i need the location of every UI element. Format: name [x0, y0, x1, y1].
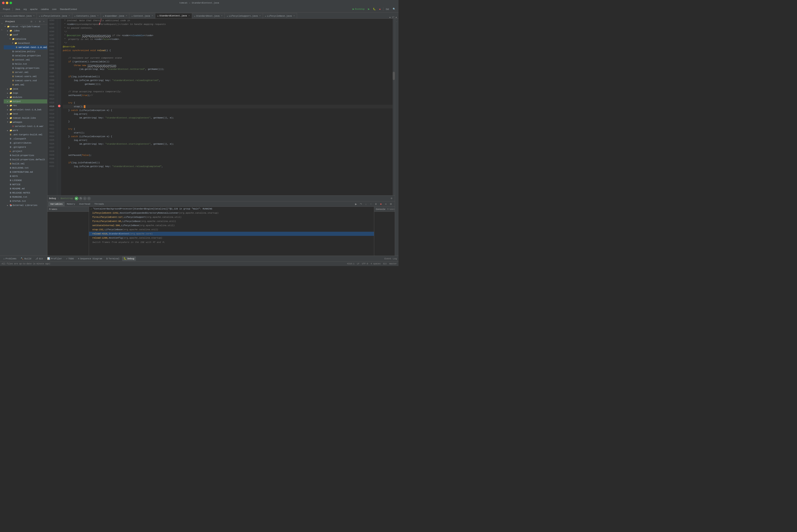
- tree-release-notes[interactable]: 🗎 RELEASE-NOTES: [4, 191, 47, 195]
- tree-project-file[interactable]: ● .project: [4, 149, 47, 153]
- debug-tool-step[interactable]: ↷: [359, 202, 363, 206]
- tree-tomcatusers-xml[interactable]: 🗎 tomcat-users.xml: [4, 74, 47, 79]
- debug-frame-4[interactable]: setStateInternal:390, LifecycleBase (org…: [89, 223, 374, 228]
- tree-servelet-xml[interactable]: 🗎 servelet-test-1.0.xml: [4, 45, 47, 50]
- tab-close-4[interactable]: ×: [126, 15, 127, 17]
- tree-catalina-policy[interactable]: 🗎 catalina.policy: [4, 50, 47, 54]
- tree-webapps[interactable]: ▼ 📁 webapps: [4, 120, 47, 124]
- debug-tool-resume[interactable]: ▶: [354, 202, 358, 206]
- tab-close-5[interactable]: ×: [152, 15, 153, 17]
- tree-server-xml[interactable]: 🗎 server.xml: [4, 70, 47, 74]
- panel-collapse-btn[interactable]: ⊟: [30, 20, 33, 23]
- tree-build-xml[interactable]: 🗎 build.xml: [4, 162, 47, 166]
- minimize-button[interactable]: [6, 2, 8, 4]
- tree-output[interactable]: ▶ 📁 output: [4, 99, 47, 103]
- status-branch[interactable]: master: [390, 263, 397, 265]
- right-icon-notifications[interactable]: !: [396, 21, 398, 22]
- toolbar-classname[interactable]: StandardContext: [59, 7, 78, 12]
- tree-res[interactable]: ▶ 📁 res: [4, 103, 47, 108]
- event-log-btn[interactable]: Event Log: [384, 258, 397, 260]
- tab-classloaderbase[interactable]: ☕ ClassLoaderBase.java ×: [0, 13, 37, 19]
- toolbar-run-config[interactable]: ▶ Bootstrap: [351, 7, 366, 12]
- toolbar-run[interactable]: ▶: [367, 7, 371, 12]
- debug-tool-settings2[interactable]: ⚙: [388, 202, 393, 206]
- debug-tab-overhead[interactable]: Overhead: [77, 202, 92, 206]
- debug-tool-frames[interactable]: ≡: [383, 202, 388, 206]
- debug-frame-3[interactable]: fireLifecycleEvent:95, LifecycleBase (or…: [89, 219, 374, 223]
- debug-settings-btn[interactable]: ⚙: [390, 197, 393, 200]
- tree-modules[interactable]: ▶ 📁 modules: [4, 95, 47, 99]
- tab-standardhost[interactable]: ☕ StandardHost.java ×: [192, 13, 225, 19]
- tree-build-properties-default[interactable]: 🗎 build.properties.default: [4, 157, 47, 162]
- bottom-tab-profiler[interactable]: 📊 Profiler: [45, 256, 63, 261]
- tree-catalina-properties[interactable]: 🗎 catalina.properties: [4, 54, 47, 58]
- tree-readme[interactable]: 🗎 README.md: [4, 187, 47, 191]
- tab-lifecyclebase[interactable]: ☕ LifecycleBase.java ×: [263, 13, 297, 19]
- bottom-tab-git[interactable]: ⎇ Git: [34, 256, 45, 261]
- tab-expandwar[interactable]: ☕ ExpandWar.java ×: [101, 13, 129, 19]
- toolbar-core[interactable]: core: [51, 7, 58, 12]
- tree-conf[interactable]: ▼ 📁 conf: [4, 33, 47, 37]
- side-icon-structure[interactable]: S: [1, 23, 3, 24]
- debug-frame-6[interactable]: reload:4316, StandardContext (org.apache…: [89, 232, 374, 236]
- tree-idea[interactable]: ▶ 📁 .idea: [4, 29, 47, 33]
- code-content[interactable]: * instead. Note that there is additional…: [61, 19, 395, 195]
- maximize-button[interactable]: [10, 2, 12, 4]
- toolbar-org[interactable]: org: [22, 7, 28, 12]
- toolbar-project[interactable]: Project: [2, 7, 11, 12]
- status-encoding[interactable]: UTF-8: [362, 263, 368, 265]
- bottom-tab-problems[interactable]: ⚠ Problems: [2, 256, 18, 261]
- tree-building-txt[interactable]: 🗎 BUILDING.txt: [4, 166, 47, 170]
- bottom-tab-build[interactable]: 🔨 Build: [19, 256, 33, 261]
- tab-close-icon[interactable]: ×: [33, 15, 35, 17]
- debug-frame-5[interactable]: stop:232, LifecycleBase (org.apache.cata…: [89, 228, 374, 232]
- toolbar-git[interactable]: Git:: [384, 7, 391, 12]
- status-git[interactable]: Git: [383, 263, 387, 265]
- tree-build-properties[interactable]: 🗎 build.properties: [4, 153, 47, 157]
- tree-war[interactable]: 🗎 servelet-test-1.0.war: [4, 124, 47, 129]
- tree-work[interactable]: ▶ 📁 work: [4, 129, 47, 133]
- panel-close-btn[interactable]: ×: [42, 20, 45, 23]
- status-position[interactable]: 4316:1: [347, 263, 355, 265]
- tree-gitignore[interactable]: 🗎 .gitignore: [4, 145, 47, 149]
- debug-step-into-btn[interactable]: ↓: [83, 196, 87, 200]
- tab-lifecyclestate[interactable]: ☕ LifecycleState.java ×: [37, 13, 72, 19]
- tab-close-7[interactable]: ×: [221, 15, 223, 17]
- debug-tool-stop[interactable]: ■: [379, 202, 383, 206]
- toolbar-apache[interactable]: apache: [29, 7, 39, 12]
- tree-running-txt[interactable]: 🗎 RUNNING.txt: [4, 195, 47, 199]
- tab-close-6[interactable]: ×: [189, 15, 190, 17]
- status-indent[interactable]: 4 spaces: [371, 263, 381, 265]
- debug-tool-into[interactable]: ↓: [364, 202, 368, 206]
- breakpoint-4316[interactable]: [58, 105, 60, 107]
- editor-scrollbar[interactable]: [393, 19, 395, 195]
- tab-constants[interactable]: ☕ Constants.java ×: [72, 13, 101, 19]
- tree-ant-targets[interactable]: 🗎 .ant-targets-build.xml: [4, 133, 47, 137]
- debug-frame-more[interactable]: Switch frames from anywhere in the IDE w…: [89, 240, 374, 244]
- tab-close-9[interactable]: ×: [293, 15, 295, 17]
- tree-external-libs[interactable]: ▶ 📚 External Libraries: [4, 203, 47, 207]
- debug-step-over-btn[interactable]: ↷: [79, 196, 82, 200]
- bottom-tab-sequence[interactable]: ≡ Sequence Diagram: [76, 256, 104, 261]
- tab-context[interactable]: ☕ Context.java ×: [129, 13, 155, 19]
- tree-tomcatbuild[interactable]: ▶ 📁 tomcat-build-libs: [4, 116, 47, 120]
- debug-tool-pause[interactable]: ⏸: [374, 202, 378, 206]
- debug-frame-2[interactable]: fireLifecycleEvent:117, LifecycleSupport…: [89, 215, 374, 219]
- tree-status-txt[interactable]: 🗎 STATUS.txt: [4, 199, 47, 203]
- toolbar-catalina[interactable]: catalina: [40, 7, 50, 12]
- tree-logs[interactable]: ▶ 📁 logs: [4, 91, 47, 95]
- tab-standardcontext[interactable]: ☕ StandardContext.java ×: [155, 13, 192, 19]
- toolbar-stop[interactable]: ■: [378, 7, 382, 12]
- debug-tab-memory[interactable]: Memory: [65, 202, 77, 206]
- tree-root[interactable]: ▼ 📁 tomcat ~/gitlab/tomcat: [4, 24, 47, 29]
- debug-thread-main[interactable]: ✓ "ContainerBackgroundProcessor[Standard…: [89, 207, 374, 211]
- debug-tab-threads[interactable]: Threads: [92, 202, 106, 206]
- side-icon-project[interactable]: P: [1, 29, 3, 30]
- toolbar-java[interactable]: Java: [14, 7, 21, 12]
- tree-classpath[interactable]: 🗎 .classpath: [4, 137, 47, 141]
- tree-java[interactable]: ▶ 📁 java: [4, 87, 47, 91]
- bottom-tab-todo[interactable]: ✓ TODO: [64, 256, 75, 261]
- tree-contributing[interactable]: 🗎 CONTRIBUTING.md: [4, 170, 47, 174]
- tab-close-3[interactable]: ×: [97, 15, 98, 17]
- debug-tool-out[interactable]: ↑: [368, 202, 373, 206]
